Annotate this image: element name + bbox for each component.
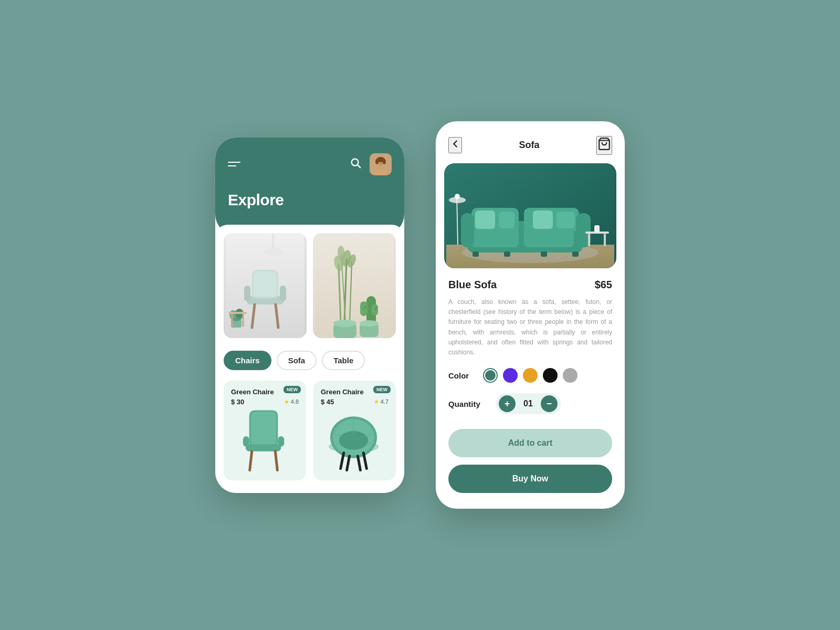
tab-table[interactable]: Table [322,351,365,370]
svg-rect-87 [594,225,600,233]
svg-rect-15 [247,298,284,304]
svg-rect-16 [244,286,250,301]
product-detail-name: Blue Sofa [448,279,497,291]
svg-rect-52 [243,436,249,447]
svg-point-7 [375,159,379,164]
buy-now-button[interactable]: Buy Now [448,465,612,493]
svg-rect-53 [278,436,284,447]
svg-rect-24 [228,312,247,314]
product-img-2 [321,410,388,473]
search-icon[interactable] [350,157,361,171]
avatar[interactable] [370,153,392,175]
product-card-1[interactable]: NEW Green Chaire $ 30 ★ 4.8 [224,381,306,480]
color-orange[interactable] [523,368,538,383]
product-images-row [224,225,396,338]
svg-line-51 [275,451,277,470]
left-phone-header: Explore [215,138,404,235]
category-tabs: Chairs Sofa Table [224,351,396,370]
cart-button[interactable] [596,136,612,155]
svg-line-63 [347,456,350,470]
svg-rect-77 [504,251,510,257]
color-gray[interactable] [563,368,578,383]
page-title: Sofa [519,140,539,151]
quantity-section: Quantity + 01 − [448,393,612,414]
svg-rect-76 [472,251,479,257]
chair-image-card[interactable] [224,233,307,338]
quantity-controls: + 01 − [496,393,561,414]
svg-rect-78 [541,251,547,257]
left-phone: Explore [215,138,404,493]
color-label: Color [448,371,475,380]
back-button[interactable] [448,137,462,153]
svg-rect-85 [588,234,590,246]
quantity-value: 01 [522,399,534,408]
tab-sofa[interactable]: Sofa [277,351,317,370]
svg-rect-83 [556,212,575,228]
svg-line-50 [250,451,252,470]
svg-rect-86 [604,234,606,246]
right-phone-header: Sofa [436,121,625,163]
svg-rect-14 [254,271,277,297]
quantity-decrement-button[interactable]: − [541,395,558,412]
new-badge-2: NEW [373,386,391,393]
color-options [483,368,578,383]
svg-rect-81 [499,212,514,228]
screens-container: Explore [215,121,625,509]
top-right-icons [350,153,392,175]
svg-point-43 [333,320,356,327]
tab-chairs[interactable]: Chairs [224,351,271,370]
svg-rect-82 [533,211,553,229]
svg-line-1 [358,165,360,167]
product-detail-price: $65 [595,279,612,291]
sofa-image [444,163,616,268]
product-img-1 [231,410,299,473]
right-phone: Sofa [436,121,625,509]
quantity-increment-button[interactable]: + [499,395,516,412]
explore-title: Explore [228,191,392,209]
products-grid: NEW Green Chaire $ 30 ★ 4.8 [224,381,396,480]
svg-point-11 [264,247,282,256]
svg-rect-74 [461,213,474,247]
svg-point-8 [383,159,386,164]
svg-rect-80 [475,211,495,229]
svg-rect-17 [280,286,286,301]
product-name-price-row: Blue Sofa $65 [448,279,612,291]
left-phone-body: Chairs Sofa Table NEW Green Chaire $ 30 … [215,225,404,493]
svg-point-46 [360,320,379,327]
svg-line-61 [341,453,344,468]
color-teal[interactable] [483,368,498,383]
color-section: Color [448,368,612,383]
hamburger-icon[interactable] [228,162,240,166]
product-card-2[interactable]: NEW Green Chaire $ 45 ★ 4.7 [313,381,396,480]
add-to-cart-button[interactable]: Add to cart [448,429,612,457]
svg-rect-39 [372,304,378,316]
product-description: A couch, also known as a sofa, settee, f… [448,297,612,358]
product-detail-body: Blue Sofa $65 A couch, also known as a s… [436,279,625,493]
svg-line-62 [363,453,366,468]
plant-image-card[interactable] [313,233,396,338]
svg-rect-79 [572,251,579,257]
svg-rect-48 [251,412,277,445]
top-bar [228,153,392,175]
color-black[interactable] [543,368,558,383]
action-buttons: Add to cart Buy Now [448,429,612,493]
svg-line-64 [358,456,360,470]
quantity-label: Quantity [448,400,485,408]
svg-point-90 [455,194,460,199]
color-purple[interactable] [503,368,518,383]
new-badge-1: NEW [284,386,301,393]
